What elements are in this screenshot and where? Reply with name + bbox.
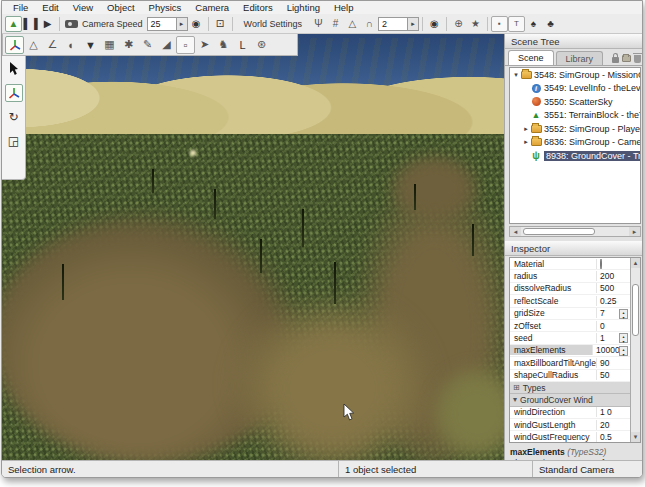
grid-snap-icon[interactable]: # bbox=[327, 16, 344, 32]
scale-tool-icon[interactable]: ◲ bbox=[5, 132, 23, 150]
dirt-clearing-center bbox=[230, 292, 435, 460]
status-tool-hint: Selection arrow. bbox=[2, 461, 338, 477]
rotate-tool-icon[interactable]: ↻ bbox=[5, 108, 23, 126]
menu-file[interactable]: File bbox=[6, 2, 35, 13]
camera-speed-dropdown[interactable]: 25 ▸ bbox=[147, 17, 188, 31]
tab-scene[interactable]: Scene bbox=[508, 50, 554, 65]
editor-tools-palette: △ ∠ ◐ ▼ ▦ ✱ ✎ ◢ ▫ ➤ ♞ L ⊛ bbox=[2, 34, 298, 56]
world-settings-button[interactable]: World Settings bbox=[238, 16, 308, 32]
globe-icon[interactable] bbox=[600, 259, 602, 269]
mouse-cursor bbox=[343, 404, 355, 421]
material-editor-tool-icon[interactable]: ◐ bbox=[62, 36, 81, 54]
tab-library[interactable]: Library bbox=[556, 51, 604, 65]
vehicle-editor-tool-icon[interactable]: ⊛ bbox=[252, 36, 271, 54]
terrain-editor-tool-icon[interactable]: △ bbox=[24, 36, 43, 54]
inspector-row-maxelements: maxElements 10000 ▴▾ bbox=[510, 345, 640, 357]
soft-selection-icon[interactable]: Ψ bbox=[310, 16, 327, 32]
terrain-painter-tool-icon[interactable]: ∠ bbox=[43, 36, 62, 54]
prop-name: dissolveRadius bbox=[514, 283, 596, 293]
group-expand-icon[interactable]: ⊞ bbox=[513, 383, 520, 392]
tree-item-terrainblock[interactable]: ▲ 3551: TerrainBlock - theTerrain bbox=[510, 109, 640, 123]
group-groundcover-wind[interactable]: ▾ GroundCover Wind bbox=[510, 394, 640, 406]
tree-item-camerabookmarks[interactable]: ▸ 6836: SimGroup - CameraBook bbox=[510, 136, 640, 150]
menu-edit[interactable]: Edit bbox=[35, 2, 65, 13]
tree-item-label: 3550: ScatterSky bbox=[544, 97, 613, 107]
player-drop-icon[interactable]: ★ bbox=[467, 16, 484, 32]
folder-icon bbox=[530, 125, 542, 133]
expander-icon[interactable]: ▾ bbox=[512, 71, 520, 79]
menu-camera[interactable]: Camera bbox=[188, 2, 236, 13]
group-collapse-icon[interactable]: ▾ bbox=[513, 395, 517, 404]
group-types[interactable]: ⊞ Types bbox=[510, 382, 640, 394]
translate-tool-icon[interactable] bbox=[5, 84, 23, 102]
expander-icon[interactable]: ▸ bbox=[522, 125, 530, 133]
tree-item-label: 3548: SimGroup - MissionGroup bbox=[534, 70, 641, 80]
scroll-thumb[interactable] bbox=[632, 284, 639, 336]
inspector-row-zoffset: zOffset 0 bbox=[510, 320, 640, 332]
value-stepper[interactable]: ▴▾ bbox=[619, 346, 628, 356]
camera-icon[interactable] bbox=[63, 16, 80, 32]
camera-speed-arrow-icon[interactable]: ▸ bbox=[176, 18, 187, 30]
tree-item-groundcover-trees[interactable]: ψ 8938: GroundCover - Trees bbox=[510, 149, 640, 163]
particle-editor-tool-icon[interactable]: ✱ bbox=[119, 36, 138, 54]
menu-help[interactable]: Help bbox=[327, 2, 361, 13]
tree-horizontal-scrollbar[interactable]: ◂ ▸ bbox=[509, 226, 641, 237]
expander-icon[interactable]: ▸ bbox=[522, 138, 530, 146]
scroll-right-icon[interactable]: ▸ bbox=[629, 227, 640, 236]
object-editor-tool-icon[interactable] bbox=[5, 36, 24, 54]
separator bbox=[487, 17, 488, 31]
tree-item-scattersky[interactable]: 3550: ScatterSky bbox=[510, 95, 640, 109]
gui-cursor-tool-icon[interactable]: ➤ bbox=[195, 36, 214, 54]
footstep-tool-icon[interactable]: L bbox=[233, 36, 252, 54]
value-stepper[interactable]: ▴▾ bbox=[619, 333, 628, 343]
render-bounds-icon[interactable]: ▪ bbox=[491, 16, 508, 32]
terrain-icon: ▲ bbox=[530, 111, 542, 120]
menu-physics[interactable]: Physics bbox=[142, 2, 189, 13]
scene-tree-title: Scene Tree bbox=[511, 36, 560, 47]
scroll-thumb[interactable] bbox=[523, 228, 595, 235]
terrain-snap-icon[interactable]: △ bbox=[344, 16, 361, 32]
snap-size-dropdown[interactable]: 2 ▸ bbox=[378, 17, 419, 31]
add-object-icon[interactable]: ⊕ bbox=[450, 16, 467, 32]
menu-view[interactable]: View bbox=[66, 2, 100, 13]
forest-brush-icon[interactable]: ♣ bbox=[542, 16, 559, 32]
scroll-left-icon[interactable]: ◂ bbox=[510, 227, 521, 236]
scroll-up-icon[interactable]: ▴ bbox=[631, 258, 640, 268]
scattersky-icon bbox=[530, 97, 542, 106]
menu-lighting[interactable]: Lighting bbox=[280, 2, 327, 13]
tree-item-playerdroppoints[interactable]: ▸ 3552: SimGroup - PlayerDropP bbox=[510, 122, 640, 136]
hand-tool-icon[interactable]: ♠ bbox=[525, 16, 542, 32]
delete-icon[interactable] bbox=[634, 55, 641, 63]
inspector-vertical-scrollbar[interactable]: ▴ ▾ bbox=[630, 258, 640, 442]
tree-trunk bbox=[302, 209, 304, 247]
new-group-icon[interactable] bbox=[622, 55, 631, 62]
scroll-down-icon[interactable]: ▾ bbox=[631, 432, 640, 442]
gui-editor-icon[interactable]: ▌▐ bbox=[22, 16, 39, 32]
eye-icon[interactable]: ◉ bbox=[188, 16, 205, 32]
frame-camera-icon[interactable]: ⊡ bbox=[212, 16, 229, 32]
datablock-editor-tool-icon[interactable]: ▼ bbox=[81, 36, 100, 54]
world-editor-icon[interactable]: ▲ bbox=[5, 16, 22, 32]
magnet-snap-icon[interactable]: ∩ bbox=[361, 16, 378, 32]
help-field-name: maxElements bbox=[510, 447, 565, 457]
object-center-icon[interactable]: ◉ bbox=[426, 16, 443, 32]
select-tool-icon[interactable] bbox=[5, 60, 23, 78]
river-editor-tool-icon[interactable]: ✎ bbox=[138, 36, 157, 54]
inspector-title: Inspector bbox=[511, 243, 550, 254]
snap-size-arrow-icon[interactable]: ▸ bbox=[407, 18, 418, 30]
tree-item-missiongroup[interactable]: ▾ 3548: SimGroup - MissionGroup bbox=[510, 68, 640, 82]
shape-editor-tool-icon[interactable]: ▫ bbox=[176, 36, 195, 54]
render-text-icon[interactable]: T bbox=[508, 16, 525, 32]
lock-icon[interactable] bbox=[612, 57, 619, 63]
play-icon[interactable]: ▶ bbox=[39, 16, 56, 32]
forest-editor-tool-icon[interactable]: ♞ bbox=[214, 36, 233, 54]
snap-size-value: 2 bbox=[379, 19, 407, 29]
viewport-3d[interactable]: △ ∠ ◐ ▼ ▦ ✱ ✎ ◢ ▫ ➤ ♞ L ⊛ bbox=[2, 34, 504, 460]
road-editor-tool-icon[interactable]: ◢ bbox=[157, 36, 176, 54]
tree-item-levelinfo[interactable]: 3549: LevelInfo - theLevelInfo bbox=[510, 82, 640, 96]
menu-object[interactable]: Object bbox=[100, 2, 141, 13]
inspector-row-seed: seed 1 ▴▾ bbox=[510, 332, 640, 344]
menu-editors[interactable]: Editors bbox=[236, 2, 280, 13]
value-stepper[interactable]: ▴▾ bbox=[619, 309, 628, 319]
decal-editor-tool-icon[interactable]: ▦ bbox=[100, 36, 119, 54]
